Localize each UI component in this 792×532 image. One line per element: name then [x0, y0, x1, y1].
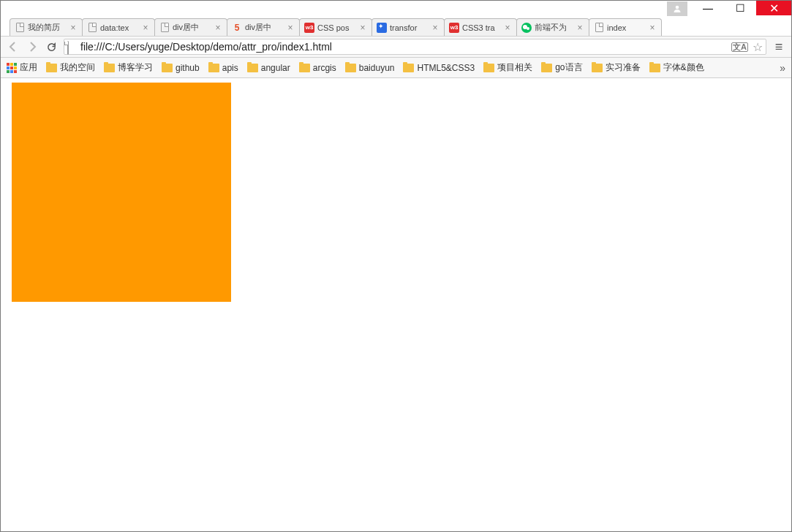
baidu-icon [377, 23, 387, 33]
tab-close-icon[interactable]: × [141, 23, 150, 32]
browser-tab[interactable]: transfor× [372, 18, 445, 36]
translate-icon[interactable]: 文A [731, 42, 748, 52]
bookmark-label: go语言 [555, 61, 582, 74]
reload-button[interactable] [45, 40, 58, 53]
page-icon [67, 42, 78, 52]
document-icon [594, 23, 604, 33]
minimize-button[interactable]: — [692, 1, 724, 15]
tab-title: CSS pos [317, 23, 358, 32]
tab-close-icon[interactable]: × [286, 23, 295, 32]
tab-close-icon[interactable]: × [503, 23, 512, 32]
arrow-right-icon [26, 41, 38, 53]
bookmark-star-icon[interactable]: ☆ [753, 40, 763, 54]
bookmarks-overflow-button[interactable]: » [780, 62, 785, 74]
browser-tab[interactable]: data:tex× [82, 18, 155, 36]
forward-button[interactable] [26, 40, 39, 53]
folder-icon [403, 64, 414, 72]
bookmark-label: github [176, 63, 200, 73]
document-icon [15, 23, 25, 33]
bookmark-label: 项目相关 [497, 61, 532, 74]
tab-close-icon[interactable]: × [648, 23, 657, 32]
folder-icon [649, 64, 660, 72]
folder-icon [345, 64, 356, 72]
bookmark-folder[interactable]: 实习准备 [592, 61, 641, 74]
document-icon [159, 23, 170, 33]
tab-close-icon[interactable]: × [358, 23, 367, 32]
bookmark-label: arcgis [313, 63, 336, 73]
tab-close-icon[interactable]: × [69, 23, 78, 32]
tab-close-icon[interactable]: × [214, 23, 222, 32]
w3-icon: w3 [304, 23, 314, 33]
tab-title: 前端不为 [535, 22, 576, 33]
tab-title: 我的简历 [28, 22, 69, 33]
bookmark-label: baiduyun [359, 63, 395, 73]
document-icon [87, 23, 97, 33]
user-icon [673, 4, 682, 13]
bookmark-folder[interactable]: github [162, 61, 200, 74]
reload-icon [46, 42, 57, 53]
maximize-button[interactable]: ☐ [724, 1, 756, 15]
bookmark-folder[interactable]: 项目相关 [483, 61, 532, 74]
tab-title: data:tex [100, 23, 141, 32]
folder-icon [46, 64, 57, 72]
close-window-button[interactable]: ✕ [756, 1, 791, 15]
bookmark-label: angular [261, 63, 290, 73]
tab-close-icon[interactable]: × [431, 23, 440, 32]
svg-point-0 [676, 6, 679, 10]
bookmark-label: 字体&颜色 [663, 61, 704, 74]
bookmark-folder[interactable]: 博客学习 [104, 61, 153, 74]
folder-icon [208, 64, 219, 72]
bookmark-label: HTML5&CSS3 [417, 63, 475, 73]
apps-label: 应用 [20, 61, 37, 74]
chevron-right-icon: » [780, 62, 785, 74]
bookmark-label: 博客学习 [118, 61, 153, 74]
folder-icon [162, 64, 173, 72]
bookmark-folder[interactable]: apis [208, 61, 238, 74]
folder-icon [299, 64, 310, 72]
bookmark-folder[interactable]: 字体&颜色 [649, 61, 704, 74]
bookmark-folder[interactable]: 我的空间 [46, 61, 95, 74]
folder-icon [541, 64, 552, 72]
content-box [12, 83, 231, 302]
html5-icon: 5 [232, 23, 242, 33]
close-icon: ✕ [769, 1, 779, 15]
bookmark-folder[interactable]: arcgis [299, 61, 336, 74]
folder-icon [592, 64, 603, 72]
bookmark-folder[interactable]: baiduyun [345, 61, 395, 74]
url-input[interactable] [80, 41, 728, 53]
bookmark-label: apis [222, 63, 238, 73]
bookmarks-bar: 应用 我的空间博客学习githubapisangulararcgisbaiduy… [1, 58, 791, 78]
bookmark-folder[interactable]: HTML5&CSS3 [403, 61, 475, 74]
browser-tab[interactable]: index× [589, 18, 662, 36]
omnibox-actions: 文A ☆ [731, 40, 763, 54]
tab-title: transfor [390, 23, 431, 32]
page-viewport [1, 80, 791, 531]
browser-tab[interactable]: w3CSS3 tra× [444, 18, 517, 36]
bookmark-folder[interactable]: go语言 [541, 61, 582, 74]
tab-close-icon[interactable]: × [576, 23, 584, 32]
folder-icon [483, 64, 494, 72]
apps-icon [7, 63, 17, 73]
browser-tab[interactable]: 前端不为× [516, 18, 589, 36]
hamburger-icon: ≡ [775, 39, 783, 55]
back-button[interactable] [7, 40, 20, 53]
window-titlebar: — ☐ ✕ [1, 1, 791, 17]
bookmark-folder[interactable]: angular [247, 61, 290, 74]
minimize-icon: — [703, 2, 713, 14]
address-bar[interactable]: 文A ☆ [64, 39, 766, 55]
apps-shortcut[interactable]: 应用 [7, 61, 37, 74]
browser-tab[interactable]: div居中× [154, 18, 227, 36]
browser-tab[interactable]: 我的简历× [10, 18, 83, 36]
bookmark-label: 我的空间 [60, 61, 95, 74]
tab-title: CSS3 tra [462, 23, 503, 32]
chrome-menu-button[interactable]: ≡ [772, 39, 785, 55]
tab-title: div居中 [245, 22, 286, 33]
tab-strip: 我的简历×data:tex×div居中×5div居中×w3CSS pos×tra… [1, 17, 791, 36]
browser-tab[interactable]: 5div居中× [227, 18, 300, 36]
profile-button[interactable] [667, 1, 687, 16]
tab-title: index [607, 23, 648, 32]
browser-tab[interactable]: w3CSS pos× [299, 18, 372, 36]
arrow-left-icon [7, 41, 19, 53]
bookmark-label: 实习准备 [606, 61, 641, 74]
w3-icon: w3 [449, 23, 459, 33]
